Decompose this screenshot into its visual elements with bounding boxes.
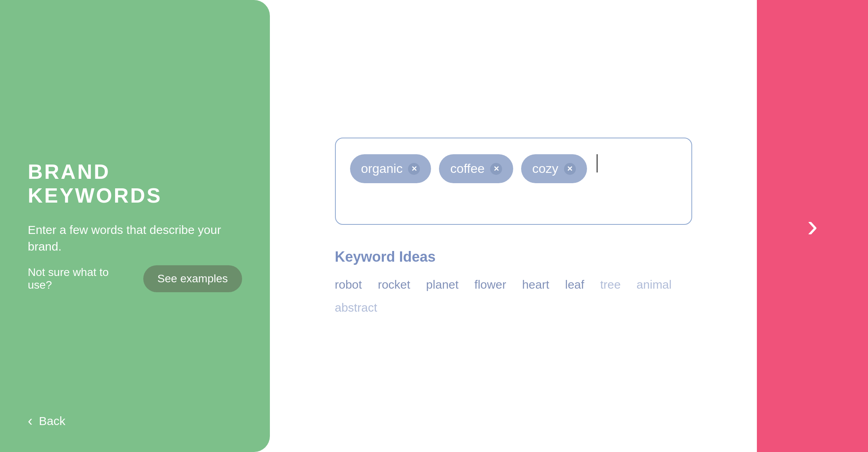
page-title: BRAND KEYWORDS — [28, 160, 242, 207]
page-description: Enter a few words that describe your bra… — [28, 222, 242, 255]
keyword-tag-label-coffee: coffee — [450, 161, 485, 176]
keyword-ideas-title: Keyword Ideas — [335, 249, 692, 265]
keyword-tag-label-organic: organic — [361, 161, 403, 176]
middle-panel: organic✕coffee✕cozy✕ Keyword Ideas robot… — [270, 0, 757, 452]
keyword-tag-coffee[interactable]: coffee✕ — [439, 154, 513, 183]
keyword-idea-leaf[interactable]: leaf — [565, 278, 584, 291]
keyword-tag-remove-coffee[interactable]: ✕ — [490, 163, 502, 175]
right-panel: › — [757, 0, 868, 452]
keyword-tag-cozy[interactable]: cozy✕ — [521, 154, 587, 183]
keyword-idea-flower[interactable]: flower — [474, 278, 506, 291]
back-button[interactable]: ‹ Back — [28, 414, 65, 428]
left-panel: BRAND KEYWORDS Enter a few words that de… — [0, 0, 270, 452]
keyword-idea-heart[interactable]: heart — [522, 278, 549, 291]
see-examples-button[interactable]: See examples — [143, 265, 242, 292]
not-sure-question: Not sure what to use? — [28, 266, 134, 291]
next-chevron-icon[interactable]: › — [807, 210, 818, 242]
keyword-input-area[interactable]: organic✕coffee✕cozy✕ — [335, 138, 692, 225]
keyword-ideas-list: robotrocketplanetflowerheartleaftreeanim… — [335, 278, 692, 314]
keyword-tag-remove-organic[interactable]: ✕ — [408, 163, 420, 175]
back-chevron-icon: ‹ — [28, 414, 33, 428]
keyword-idea-rocket[interactable]: rocket — [378, 278, 410, 291]
keyword-ideas-section: Keyword Ideas robotrocketplanetflowerhea… — [335, 249, 692, 314]
back-label: Back — [39, 414, 65, 428]
keyword-tag-label-cozy: cozy — [532, 161, 558, 176]
keyword-idea-abstract[interactable]: abstract — [335, 301, 377, 314]
text-cursor — [597, 154, 598, 172]
examples-row: Not sure what to use? See examples — [28, 265, 242, 292]
keyword-tag-remove-cozy[interactable]: ✕ — [564, 163, 576, 175]
keyword-tag-organic[interactable]: organic✕ — [350, 154, 431, 183]
keyword-idea-animal[interactable]: animal — [637, 278, 672, 291]
keyword-idea-tree[interactable]: tree — [600, 278, 621, 291]
keyword-idea-robot[interactable]: robot — [335, 278, 362, 291]
keyword-idea-planet[interactable]: planet — [426, 278, 459, 291]
